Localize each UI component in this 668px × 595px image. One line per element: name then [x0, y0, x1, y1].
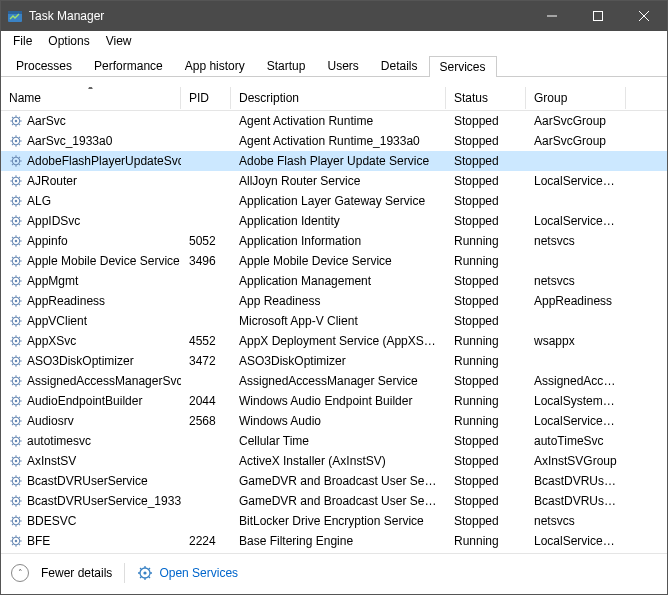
app-icon	[7, 8, 23, 24]
svg-line-152	[12, 397, 13, 398]
open-services-link[interactable]: Open Services	[137, 565, 238, 581]
svg-line-115	[19, 317, 20, 318]
header-pid[interactable]: PID	[181, 87, 231, 109]
gear-icon	[9, 374, 23, 388]
menu-view[interactable]: View	[98, 33, 140, 49]
service-row[interactable]: BcastDVRUserServiceGameDVR and Broadcast…	[1, 471, 667, 491]
svg-point-87	[15, 280, 17, 282]
bottom-bar: ˄ Fewer details Open Services	[1, 553, 667, 591]
header-description[interactable]: Description	[231, 87, 446, 109]
service-row[interactable]: AxInstSVActiveX Installer (AxInstSV)Stop…	[1, 451, 667, 471]
svg-line-224	[12, 544, 13, 545]
service-group-cell: netsvcs	[526, 274, 626, 288]
service-row[interactable]: Appinfo5052Application InformationRunnin…	[1, 231, 667, 251]
svg-line-242	[140, 568, 142, 570]
tab-app-history[interactable]: App history	[174, 55, 256, 76]
service-row[interactable]: BDESVCBitLocker Drive Encryption Service…	[1, 511, 667, 531]
service-row[interactable]: AarSvc_1933a0Agent Activation Runtime_19…	[1, 131, 667, 151]
svg-line-52	[12, 197, 13, 198]
header-name[interactable]: ▲ Name	[1, 87, 181, 109]
gear-icon	[9, 494, 23, 508]
service-row[interactable]: AudioEndpointBuilder2044Windows Audio En…	[1, 391, 667, 411]
gear-icon	[9, 474, 23, 488]
service-description-cell: App Readiness	[231, 294, 446, 308]
svg-line-195	[19, 477, 20, 478]
svg-line-194	[12, 484, 13, 485]
svg-line-63	[19, 224, 20, 225]
service-description-cell: Windows Audio Endpoint Builder	[231, 394, 446, 408]
service-name-cell: AxInstSV	[1, 454, 181, 468]
svg-line-92	[12, 277, 13, 278]
svg-line-82	[12, 257, 13, 258]
service-row[interactable]: AarSvcAgent Activation RuntimeStoppedAar…	[1, 111, 667, 131]
tab-processes[interactable]: Processes	[5, 55, 83, 76]
svg-line-202	[12, 497, 13, 498]
service-row[interactable]: AppIDSvcApplication IdentityStoppedLocal…	[1, 211, 667, 231]
service-row[interactable]: ASO3DiskOptimizer3472ASO3DiskOptimizerRu…	[1, 351, 667, 371]
service-description-cell: Adobe Flash Player Update Service	[231, 154, 446, 168]
service-description-cell: ASO3DiskOptimizer	[231, 354, 446, 368]
services-list[interactable]: AarSvcAgent Activation RuntimeStoppedAar…	[1, 111, 667, 553]
svg-line-13	[19, 124, 20, 125]
tab-startup[interactable]: Startup	[256, 55, 317, 76]
header-group[interactable]: Group	[526, 87, 626, 109]
maximize-button[interactable]	[575, 1, 621, 31]
service-row[interactable]: AdobeFlashPlayerUpdateSvcAdobe Flash Pla…	[1, 151, 667, 171]
service-name-cell: AudioEndpointBuilder	[1, 394, 181, 408]
svg-line-204	[12, 504, 13, 505]
tab-services[interactable]: Services	[429, 56, 497, 77]
tab-details[interactable]: Details	[370, 55, 429, 76]
svg-line-123	[19, 344, 20, 345]
service-status-cell: Running	[446, 354, 526, 368]
service-row[interactable]: BITSBackground Intelligent Transfer Serv…	[1, 551, 667, 553]
service-row[interactable]: AppVClientMicrosoft App-V ClientStopped	[1, 311, 667, 331]
fewer-details-link[interactable]: Fewer details	[41, 566, 112, 580]
service-group-cell: AarSvcGroup	[526, 134, 626, 148]
menu-file[interactable]: File	[5, 33, 40, 49]
service-row[interactable]: BcastDVRUserService_1933a0GameDVR and Br…	[1, 491, 667, 511]
svg-line-214	[12, 524, 13, 525]
tab-performance[interactable]: Performance	[83, 55, 174, 76]
service-row[interactable]: AJRouterAllJoyn Router ServiceStoppedLoc…	[1, 171, 667, 191]
service-name-label: Appinfo	[27, 234, 68, 248]
service-name-label: BcastDVRUserService	[27, 474, 148, 488]
service-description-cell: Apple Mobile Device Service	[231, 254, 446, 268]
svg-line-135	[19, 357, 20, 358]
header-status[interactable]: Status	[446, 87, 526, 109]
service-row[interactable]: BFE2224Base Filtering EngineRunningLocal…	[1, 531, 667, 551]
service-row[interactable]: AppXSvc4552AppX Deployment Service (AppX…	[1, 331, 667, 351]
service-group-cell: netsvcs	[526, 234, 626, 248]
service-group-cell: AxInstSVGroup	[526, 454, 626, 468]
service-row[interactable]: autotimesvcCellular TimeStoppedautoTimeS…	[1, 431, 667, 451]
service-status-cell: Stopped	[446, 494, 526, 508]
service-group-cell: LocalServiceN...	[526, 414, 626, 428]
svg-line-145	[19, 377, 20, 378]
service-description-cell: Application Identity	[231, 214, 446, 228]
gear-icon	[9, 394, 23, 408]
service-row[interactable]: AppMgmtApplication ManagementStoppednets…	[1, 271, 667, 291]
menu-options[interactable]: Options	[40, 33, 97, 49]
svg-point-167	[15, 440, 17, 442]
service-row[interactable]: Audiosrv2568Windows AudioRunningLocalSer…	[1, 411, 667, 431]
svg-line-192	[12, 477, 13, 478]
tab-users[interactable]: Users	[316, 55, 369, 76]
service-row[interactable]: AssignedAccessManagerSvcAssignedAccessMa…	[1, 371, 667, 391]
svg-point-37	[15, 180, 17, 182]
svg-line-183	[19, 464, 20, 465]
svg-point-137	[15, 380, 17, 382]
svg-line-244	[140, 576, 142, 578]
chevron-up-icon[interactable]: ˄	[11, 564, 29, 582]
service-status-cell: Running	[446, 534, 526, 548]
services-icon	[137, 565, 153, 581]
service-description-cell: Base Filtering Engine	[231, 534, 446, 548]
minimize-button[interactable]	[529, 1, 575, 31]
svg-line-155	[19, 397, 20, 398]
svg-line-43	[19, 184, 20, 185]
svg-line-165	[19, 417, 20, 418]
svg-point-47	[15, 200, 17, 202]
close-button[interactable]	[621, 1, 667, 31]
service-row[interactable]: Apple Mobile Device Service3496Apple Mob…	[1, 251, 667, 271]
service-row[interactable]: ALGApplication Layer Gateway ServiceStop…	[1, 191, 667, 211]
gear-icon	[9, 314, 23, 328]
service-row[interactable]: AppReadinessApp ReadinessStoppedAppReadi…	[1, 291, 667, 311]
